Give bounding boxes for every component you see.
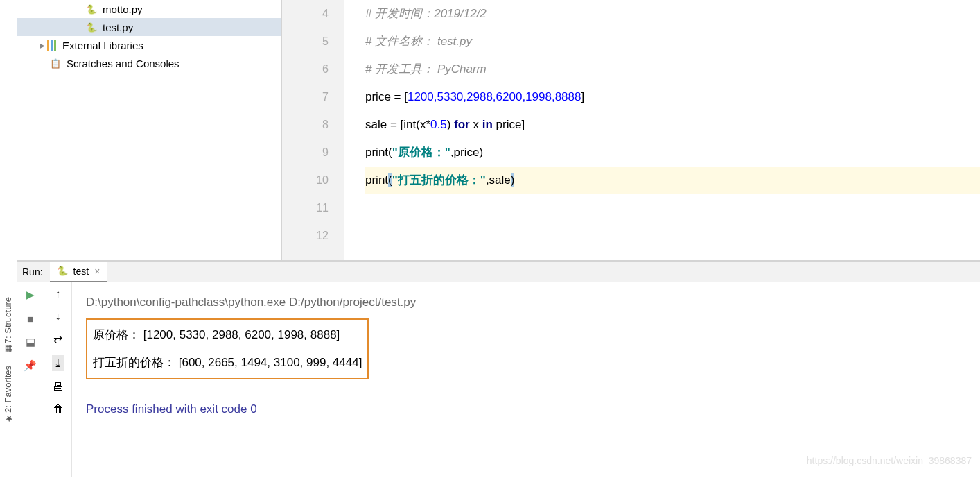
- code-editor[interactable]: 4 5 6 7 8 9 10 11 12 # 开发时间：2019/12/2 # …: [282, 0, 980, 261]
- output-highlight-box: 原价格： [1200, 5330, 2988, 6200, 1998, 8888…: [86, 318, 369, 379]
- run-toolbar-primary: ▶ ■ ⬓ 📌: [17, 282, 44, 477]
- down-icon[interactable]: ↓: [55, 310, 61, 323]
- softwrap-icon[interactable]: ⇄: [53, 332, 62, 345]
- scroll-to-end-icon[interactable]: ⤓: [52, 355, 64, 371]
- favorites-icon: ★: [4, 416, 12, 424]
- structure-icon: ▦: [4, 346, 12, 355]
- console-command: D:\python\config-pathclass\python.exe D:…: [86, 288, 966, 317]
- rerun-icon[interactable]: ▶: [24, 288, 37, 302]
- console-output[interactable]: D:\python\config-pathclass\python.exe D:…: [72, 282, 980, 477]
- trash-icon[interactable]: 🗑: [53, 403, 64, 416]
- line-gutter: 4 5 6 7 8 9 10 11 12: [282, 0, 344, 260]
- python-file-icon: [86, 21, 98, 33]
- run-toolbar-secondary: ↑ ↓ ⇄ ⤓ 🖶 🗑: [44, 282, 72, 477]
- layout-icon[interactable]: ⬓: [24, 335, 37, 349]
- libraries-icon: [47, 40, 60, 51]
- up-icon[interactable]: ↑: [55, 288, 61, 300]
- tree-scratches[interactable]: Scratches and Consoles: [17, 54, 281, 72]
- chevron-right-icon: ▶: [37, 42, 47, 49]
- python-file-icon: [57, 265, 69, 278]
- console-exit-line: Process finished with exit code 0: [86, 395, 966, 424]
- tree-label: Scratches and Consoles: [67, 58, 180, 69]
- tree-file-motto[interactable]: motto.py: [17, 0, 281, 18]
- close-icon[interactable]: ×: [94, 266, 100, 277]
- tree-label: motto.py: [103, 3, 143, 15]
- print-icon[interactable]: 🖶: [53, 381, 64, 393]
- project-sidebar: motto.py test.py ▶ External Libraries Sc…: [17, 0, 282, 261]
- tree-label: External Libraries: [62, 40, 143, 51]
- tree-label: test.py: [103, 22, 133, 33]
- run-tab[interactable]: test ×: [50, 262, 107, 282]
- scratches-icon: [50, 57, 62, 69]
- favorites-tool-tab[interactable]: ★2: Favorites: [0, 360, 16, 429]
- tree-file-test[interactable]: test.py: [17, 18, 281, 36]
- run-label: Run:: [22, 266, 43, 278]
- tree-external-libraries[interactable]: ▶ External Libraries: [17, 36, 281, 54]
- console-line: 原价格： [1200, 5330, 2988, 6200, 1998, 8888…: [93, 321, 362, 349]
- run-panel: Run: test × ▶ ■ ⬓ 📌 ↑ ↓ ⇄ ⤓ 🖶 🗑 D:\pytho…: [17, 261, 980, 477]
- stop-icon[interactable]: ■: [24, 311, 37, 325]
- structure-tool-tab[interactable]: ▦7: Structure: [0, 291, 16, 360]
- run-header: Run: test ×: [17, 262, 980, 282]
- console-line: 打五折的价格： [600, 2665, 1494, 3100, 999, 444…: [93, 349, 362, 377]
- python-file-icon: [86, 3, 98, 15]
- editor-area: motto.py test.py ▶ External Libraries Sc…: [17, 0, 980, 261]
- run-tab-label: test: [73, 266, 89, 277]
- watermark-text: https://blog.csdn.net/weixin_39868387: [807, 446, 972, 475]
- code-content[interactable]: # 开发时间：2019/12/2 # 文件名称： test.py # 开发工具：…: [344, 0, 980, 260]
- pin-icon[interactable]: 📌: [24, 359, 37, 373]
